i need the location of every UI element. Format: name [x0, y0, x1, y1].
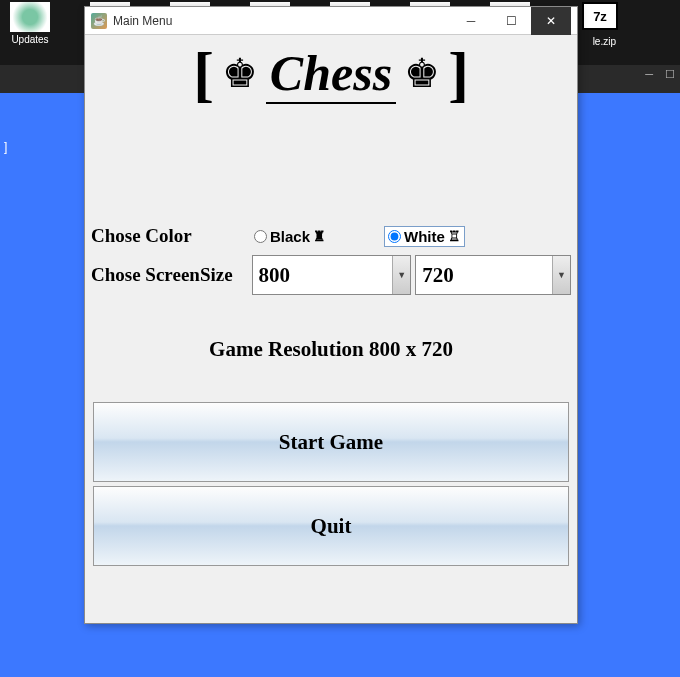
window-title: Main Menu	[113, 14, 451, 28]
archive-icon: 7z	[582, 2, 618, 30]
desktop-icon-label: Updates	[11, 34, 48, 45]
screensize-label: Chose ScreenSize	[91, 264, 252, 286]
main-window: ☕ Main Menu ─ ☐ ✕ [ ♚ Chess ♚ ] Chose Co…	[84, 6, 578, 624]
start-game-button[interactable]: Start Game	[93, 402, 569, 482]
minimize-button[interactable]: ─	[451, 7, 491, 35]
app-title: Chess	[266, 44, 396, 104]
radio-black-label: Black	[270, 228, 310, 245]
radio-white-input[interactable]	[388, 230, 401, 243]
height-value: 720	[422, 263, 454, 288]
desktop-icon-updates[interactable]: Updates	[5, 2, 55, 48]
king-icon-left: ♚	[222, 54, 258, 94]
black-piece-icon: ♜	[313, 228, 326, 244]
radio-white-label: White	[404, 228, 445, 245]
maximize-button[interactable]: ☐	[491, 7, 531, 35]
chevron-down-icon: ▼	[552, 256, 570, 294]
header-banner: [ ♚ Chess ♚ ]	[85, 35, 577, 135]
taskbar-maximize-icon[interactable]: ☐	[665, 68, 675, 81]
king-icon-right: ♚	[404, 54, 440, 94]
desktop-file-label: le.zip	[593, 36, 616, 47]
close-button[interactable]: ✕	[531, 7, 571, 35]
resolution-text: Game Resolution 800 x 720	[91, 337, 571, 362]
taskbar-minimize-icon[interactable]: ─	[645, 68, 653, 81]
width-value: 800	[259, 263, 291, 288]
bracket-right: ]	[448, 43, 469, 105]
stray-bracket: ]	[4, 140, 7, 154]
white-piece-icon: ♖	[448, 228, 461, 244]
chevron-down-icon: ▼	[392, 256, 410, 294]
height-dropdown[interactable]: 720 ▼	[415, 255, 571, 295]
color-radio-group: Black ♜ White ♖	[254, 226, 465, 247]
form-area: Chose Color Black ♜ White ♖ Chose Screen…	[85, 135, 577, 580]
radio-white[interactable]: White ♖	[384, 226, 465, 247]
radio-black-input[interactable]	[254, 230, 267, 243]
width-dropdown[interactable]: 800 ▼	[252, 255, 412, 295]
titlebar[interactable]: ☕ Main Menu ─ ☐ ✕	[85, 7, 577, 35]
quit-button[interactable]: Quit	[93, 486, 569, 566]
color-label: Chose Color	[91, 225, 254, 247]
radio-black[interactable]: Black ♜	[254, 228, 326, 245]
java-icon: ☕	[91, 13, 107, 29]
bracket-left: [	[193, 43, 214, 105]
